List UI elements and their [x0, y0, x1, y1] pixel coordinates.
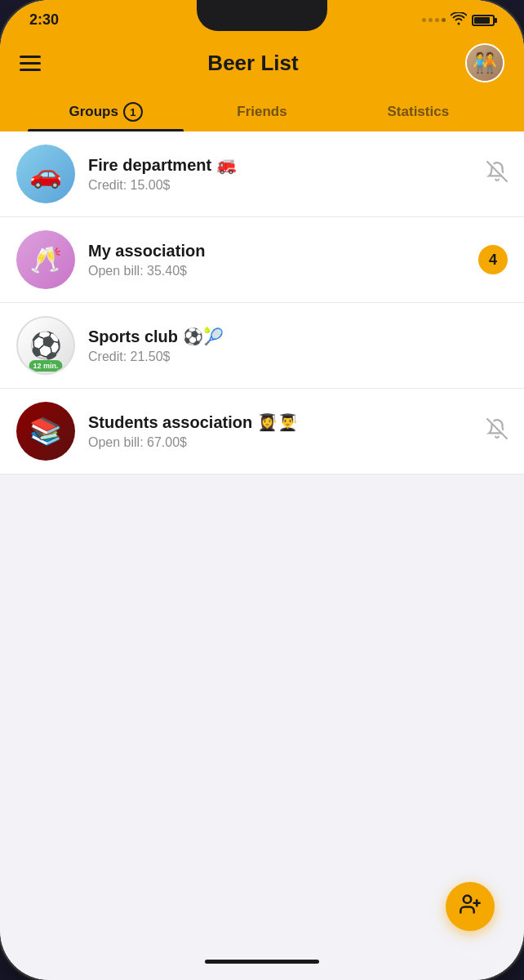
list-item[interactable]: ⚽ 12 min. Sports club ⚽🎾 Credit: 21.50$	[0, 303, 524, 389]
group-name-students: Students association 👩‍🎓👨‍🎓	[88, 412, 486, 432]
bell-muted-icon	[486, 161, 508, 188]
tab-bar: Groups 1 Friends Statistics	[20, 92, 504, 131]
status-time: 2:30	[29, 11, 59, 29]
notch	[197, 0, 327, 31]
tab-friends[interactable]: Friends	[184, 92, 340, 131]
group-info-assoc: My association Open bill: 35.40$	[88, 242, 478, 278]
battery-icon	[472, 15, 495, 26]
signal-icon	[422, 18, 446, 22]
group-avatar-sports: ⚽ 12 min.	[16, 316, 75, 375]
groups-list: 🚗 Fire department 🚒 Credit: 15.00$	[0, 131, 524, 474]
list-item[interactable]: 📚 Students association 👩‍🎓👨‍🎓 Open bill:…	[0, 389, 524, 474]
group-info-fire: Fire department 🚒 Credit: 15.00$	[88, 155, 486, 193]
group-avatar-fire: 🚗	[16, 145, 75, 203]
app-header: Beer List 🧑‍🤝‍🧑 Groups 1 Friends Statist…	[0, 35, 524, 131]
page-title: Beer List	[207, 51, 298, 76]
add-user-icon	[459, 893, 482, 921]
tab-friends-label: Friends	[237, 104, 286, 120]
students-action[interactable]	[486, 418, 508, 445]
phone-screen: 2:30	[0, 0, 524, 980]
group-avatar-assoc: 🥂	[16, 230, 75, 289]
menu-button[interactable]	[20, 56, 41, 71]
svg-point-2	[464, 895, 471, 902]
group-name-assoc: My association	[88, 242, 478, 261]
home-indicator	[0, 950, 524, 980]
list-item[interactable]: 🚗 Fire department 🚒 Credit: 15.00$	[0, 131, 524, 217]
content-area: 🚗 Fire department 🚒 Credit: 15.00$	[0, 131, 524, 950]
bell-muted-icon-2	[486, 418, 508, 445]
group-subtitle-fire: Credit: 15.00$	[88, 178, 486, 193]
list-item[interactable]: 🥂 My association Open bill: 35.40$ 4	[0, 217, 524, 303]
group-info-sports: Sports club ⚽🎾 Credit: 21.50$	[88, 327, 508, 364]
tab-groups[interactable]: Groups 1	[28, 92, 184, 131]
group-subtitle-students: Open bill: 67.00$	[88, 435, 486, 450]
group-subtitle-assoc: Open bill: 35.40$	[88, 264, 478, 278]
group-info-students: Students association 👩‍🎓👨‍🎓 Open bill: 6…	[88, 412, 486, 450]
user-avatar[interactable]: 🧑‍🤝‍🧑	[465, 43, 504, 82]
wifi-icon	[451, 12, 467, 29]
tab-statistics-label: Statistics	[388, 104, 450, 120]
add-user-button[interactable]	[446, 882, 495, 931]
svg-line-0	[487, 162, 507, 181]
tab-groups-label: Groups	[69, 104, 118, 120]
groups-badge: 1	[123, 102, 143, 122]
status-icons	[422, 12, 495, 29]
assoc-action[interactable]: 4	[478, 245, 508, 274]
svg-line-1	[487, 419, 507, 439]
tab-statistics[interactable]: Statistics	[340, 92, 496, 131]
group-name-sports: Sports club ⚽🎾	[88, 327, 508, 346]
notification-badge: 4	[478, 245, 508, 274]
group-name-fire: Fire department 🚒	[88, 155, 486, 175]
phone-frame: 2:30	[0, 0, 524, 980]
group-avatar-students: 📚	[16, 402, 75, 461]
time-badge: 12 min.	[29, 360, 62, 372]
group-subtitle-sports: Credit: 21.50$	[88, 350, 508, 364]
fire-action[interactable]	[486, 161, 508, 188]
